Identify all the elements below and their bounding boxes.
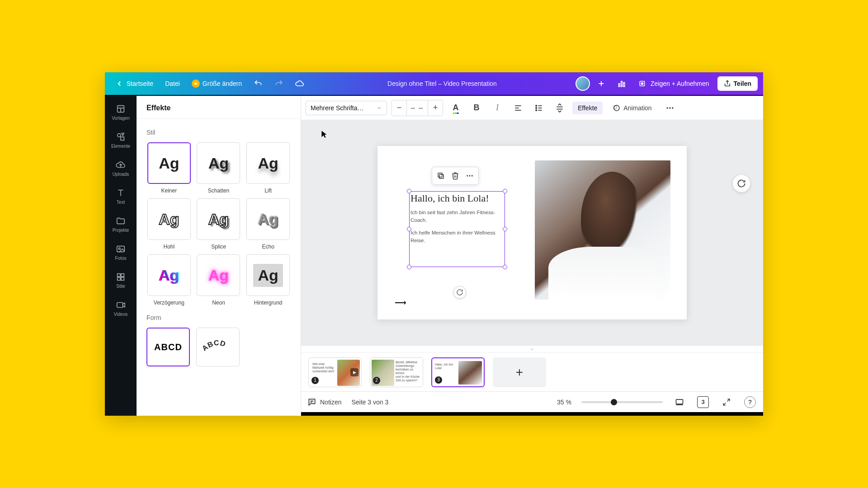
back-button[interactable]: Startseite xyxy=(110,76,158,91)
font-family-value: Mehrere Schrifta… xyxy=(311,104,363,112)
nav-text[interactable]: Text xyxy=(105,183,137,210)
form-curved[interactable]: ABCD xyxy=(196,328,240,366)
italic-button[interactable]: I xyxy=(489,100,505,116)
duplicate-button[interactable] xyxy=(434,169,448,183)
font-size-stepper: − – – + xyxy=(392,100,443,116)
thumbnail-page-1[interactable]: Wie eine Mahlzeit richtig vorbereitet wi… xyxy=(308,357,362,387)
resize-handle-nw[interactable] xyxy=(407,189,411,193)
nav-uploads[interactable]: Uploads xyxy=(105,155,137,182)
style-lift[interactable]: Ag xyxy=(246,142,290,184)
page-number-badge: 1 xyxy=(311,377,319,384)
svg-point-11 xyxy=(118,133,121,136)
more-options-button[interactable] xyxy=(662,100,678,116)
resize-handle-w[interactable] xyxy=(407,227,411,231)
collapse-thumbnails-button[interactable] xyxy=(301,345,763,352)
thumbnail-page-2[interactable]: Bereit, effektive Zubereitungs- technike… xyxy=(370,357,423,387)
style-none[interactable]: Ag xyxy=(147,142,191,184)
main-area: Vorlagen Elemente Uploads Text Projekte … xyxy=(105,95,763,416)
style-splice[interactable]: Ag xyxy=(197,198,240,240)
file-menu[interactable]: Datei xyxy=(160,77,184,90)
notes-label: Notizen xyxy=(320,399,341,406)
font-size-value[interactable]: – – xyxy=(406,100,428,116)
svg-marker-24 xyxy=(123,303,125,307)
style-grid: Ag Keiner Ag Schatten Ag Lift Ag Hohl xyxy=(146,142,291,306)
present-label: Zeigen + Aufnehmen xyxy=(651,80,709,87)
style-shadow[interactable]: Ag xyxy=(197,142,240,184)
style-section-label: Stil xyxy=(146,129,291,136)
resize-handle-sw[interactable] xyxy=(407,265,411,269)
resize-handle-se[interactable] xyxy=(503,265,507,269)
font-size-decrease[interactable]: − xyxy=(392,100,406,116)
notes-button[interactable]: Notizen xyxy=(307,398,341,407)
svg-point-30 xyxy=(536,107,537,108)
nav-videos[interactable]: Videos xyxy=(105,295,137,322)
font-family-select[interactable]: Mehrere Schrifta… xyxy=(306,101,387,115)
animation-button[interactable]: Animation xyxy=(607,101,657,115)
status-bar: Notizen Seite 3 von 3 35 % 3 ? xyxy=(301,391,763,412)
effects-button[interactable]: Effekte xyxy=(572,102,603,114)
svg-line-51 xyxy=(727,399,730,401)
redo-button[interactable] xyxy=(270,76,288,91)
zoom-slider[interactable] xyxy=(581,401,663,403)
slide-page[interactable]: Hallo, ich bin Lola! Ich bin seit fast z… xyxy=(377,146,687,319)
text-selection-frame[interactable]: Hallo, ich bin Lola! Ich bin seit fast z… xyxy=(409,191,505,267)
style-none-label: Keiner xyxy=(161,188,177,194)
resize-label: Größe ändern xyxy=(203,80,242,87)
nav-elements-label: Elemente xyxy=(111,144,130,149)
add-collaborator-button[interactable] xyxy=(593,77,610,90)
selection-toolbar xyxy=(432,167,479,185)
text-color-button[interactable]: A xyxy=(448,100,464,116)
svg-point-40 xyxy=(669,107,670,108)
nav-photos[interactable]: Fotos xyxy=(105,239,137,266)
analytics-button[interactable] xyxy=(613,76,631,91)
user-avatar[interactable] xyxy=(576,76,590,91)
nav-templates[interactable]: Vorlagen xyxy=(105,99,137,126)
svg-point-18 xyxy=(118,248,120,249)
style-hollow[interactable]: Ag xyxy=(147,198,191,240)
present-record-button[interactable]: Zeigen + Aufnehmen xyxy=(633,77,715,90)
resize-button[interactable]: Größe ändern xyxy=(187,77,246,90)
selection-more-button[interactable] xyxy=(463,169,476,183)
style-background-label: Hintergrund xyxy=(254,300,283,306)
regenerate-button[interactable] xyxy=(732,174,750,192)
slide-title-text[interactable]: Hallo, ich bin Lola! xyxy=(410,192,505,209)
thumbnail-page-3[interactable]: Hallo, ich bin Lola! 3 xyxy=(431,357,485,387)
nav-styles-label: Stile xyxy=(116,284,125,289)
svg-point-39 xyxy=(666,107,668,108)
page-count-button[interactable]: 3 xyxy=(696,395,710,409)
nav-elements[interactable]: Elemente xyxy=(105,127,137,154)
style-background[interactable]: Ag xyxy=(246,254,290,296)
document-title[interactable]: Design ohne Titel – Video Presentation xyxy=(312,80,572,87)
help-button[interactable]: ? xyxy=(743,395,757,409)
cloud-sync-icon[interactable] xyxy=(291,76,309,91)
svg-line-52 xyxy=(723,403,726,405)
nav-projects[interactable]: Projekte xyxy=(105,211,137,238)
delete-button[interactable] xyxy=(448,169,462,183)
form-straight[interactable]: ABCD xyxy=(146,328,190,366)
undo-button[interactable] xyxy=(249,76,267,91)
grid-view-button[interactable] xyxy=(673,395,686,409)
rotate-handle[interactable] xyxy=(453,286,466,299)
font-size-increase[interactable]: + xyxy=(428,100,443,116)
svg-rect-3 xyxy=(621,81,623,87)
canvas-viewport[interactable]: Hallo, ich bin Lola! Ich bin seit fast z… xyxy=(301,120,763,345)
spacing-button[interactable] xyxy=(552,100,568,116)
share-button[interactable]: Teilen xyxy=(717,76,758,91)
style-neon[interactable]: Ag xyxy=(197,254,240,296)
style-glitch[interactable]: Ag xyxy=(147,254,191,296)
nav-styles[interactable]: Stile xyxy=(105,267,137,294)
zoom-slider-knob[interactable] xyxy=(611,399,617,405)
list-button[interactable] xyxy=(531,100,547,116)
resize-handle-ne[interactable] xyxy=(503,189,507,193)
svg-rect-42 xyxy=(439,174,443,178)
fullscreen-button[interactable] xyxy=(720,395,733,409)
slide-body-text[interactable]: Ich bin seit fast zehn Jahren Fitness-Co… xyxy=(410,209,505,244)
notes-icon xyxy=(307,398,316,407)
resize-handle-e[interactable] xyxy=(503,227,507,231)
align-button[interactable] xyxy=(510,100,526,116)
slide-image[interactable] xyxy=(535,160,670,300)
style-echo[interactable]: Ag xyxy=(246,198,290,240)
bold-button[interactable]: B xyxy=(468,100,485,116)
add-page-button[interactable]: + xyxy=(493,357,546,387)
svg-marker-13 xyxy=(122,133,124,136)
